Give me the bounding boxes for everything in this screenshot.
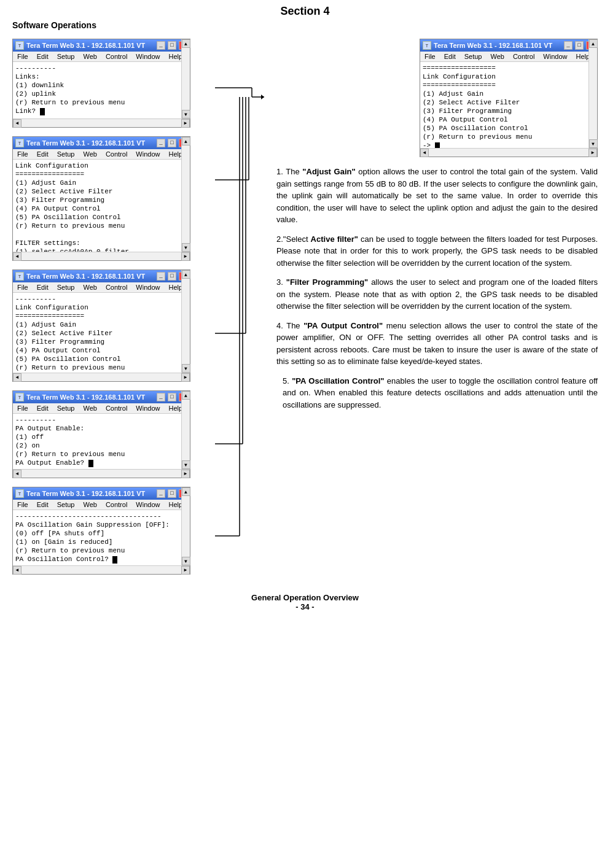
menu-web-2[interactable]: Web <box>81 150 98 158</box>
menu-web-4[interactable]: Web <box>81 404 98 413</box>
menu-control-3[interactable]: Control <box>104 283 129 292</box>
menu-control-4[interactable]: Control <box>104 404 129 413</box>
page-header: Section 4 Software Operations <box>0 0 610 33</box>
menu-file-1[interactable]: File <box>15 52 30 61</box>
scroll-down-2[interactable]: ▼ <box>182 243 190 252</box>
hscroll-left-2[interactable]: ◄ <box>13 252 22 261</box>
menu-window-5[interactable]: Window <box>134 500 162 509</box>
scroll-down-3[interactable]: ▼ <box>182 364 190 373</box>
terminal-icon-4: T <box>15 393 24 401</box>
hscroll-right-3[interactable]: ► <box>181 373 190 382</box>
maximize-button-5[interactable]: □ <box>168 489 176 498</box>
section-title: Section 4 <box>0 5 610 18</box>
maximize-button-3[interactable]: □ <box>168 272 176 281</box>
scroll-up-right[interactable]: ▲ <box>589 39 598 48</box>
menu-file-2[interactable]: File <box>15 150 30 158</box>
terminal-icon-5: T <box>15 489 24 498</box>
menu-file-5[interactable]: File <box>15 500 30 509</box>
minimize-button-2[interactable]: _ <box>157 139 165 147</box>
menu-window-right[interactable]: Window <box>541 52 569 61</box>
menu-control-2[interactable]: Control <box>104 150 129 158</box>
menu-window-3[interactable]: Window <box>134 283 162 292</box>
hscroll-left-1[interactable]: ◄ <box>13 119 22 128</box>
minimize-button-3[interactable]: _ <box>157 272 165 281</box>
menu-window-1[interactable]: Window <box>134 52 162 61</box>
scroll-down-1[interactable]: ▼ <box>182 110 190 118</box>
menu-web-3[interactable]: Web <box>81 283 98 292</box>
terminal-window-4[interactable]: T Tera Term Web 3.1 - 192.168.1.101 VT _… <box>12 390 190 478</box>
menu-web-1[interactable]: Web <box>81 52 98 61</box>
terminal-menu-5: File Edit Setup Web Control Window Help <box>13 500 190 510</box>
hscroll-right-1[interactable]: ► <box>181 119 190 128</box>
menu-edit-1[interactable]: Edit <box>35 52 50 61</box>
terminal-window-right[interactable]: T Tera Term Web 3.1 - 192.168.1.101 VT _… <box>420 39 598 157</box>
minimize-button-5[interactable]: _ <box>157 489 165 498</box>
terminal-content-4: ---------- PA Output Enable: (1) off (2)… <box>15 416 179 467</box>
scroll-up-2[interactable]: ▲ <box>182 137 190 145</box>
minimize-button-4[interactable]: _ <box>157 393 165 401</box>
menu-edit-3[interactable]: Edit <box>35 283 50 292</box>
terminal-menu-3: File Edit Setup Web Control Window Help <box>13 282 190 293</box>
hscroll-left-4[interactable]: ◄ <box>13 470 22 478</box>
menu-control-right[interactable]: Control <box>511 52 536 61</box>
scroll-up-1[interactable]: ▲ <box>182 39 190 48</box>
hscroll-left-right[interactable]: ◄ <box>420 149 429 157</box>
description-5: 5. "PA Oscillation Control" enables the … <box>283 375 598 411</box>
scroll-down-right[interactable]: ▼ <box>589 139 598 148</box>
menu-setup-right[interactable]: Setup <box>463 52 484 61</box>
terminal-icon-right: T <box>423 41 431 50</box>
menu-setup-2[interactable]: Setup <box>55 150 77 158</box>
bold-pa-oscillation: "PA Oscillation Control" <box>292 376 384 386</box>
terminal-content-1: ---------- Links: (1) downlink (2) uplin… <box>15 64 179 115</box>
hscroll-right-4[interactable]: ► <box>181 470 190 478</box>
menu-web-5[interactable]: Web <box>81 500 98 509</box>
maximize-button-4[interactable]: □ <box>168 393 176 401</box>
maximize-button-2[interactable]: □ <box>168 139 176 147</box>
scroll-up-4[interactable]: ▲ <box>182 391 190 400</box>
terminal-window-5[interactable]: T Tera Term Web 3.1 - 192.168.1.101 VT _… <box>12 487 190 575</box>
menu-file-3[interactable]: File <box>15 283 30 292</box>
hscroll-right-2[interactable]: ► <box>181 252 190 261</box>
terminal-content-right: ================== Link Configuration ==… <box>423 64 586 148</box>
menu-setup-1[interactable]: Setup <box>55 52 77 61</box>
menu-window-4[interactable]: Window <box>134 404 162 413</box>
menu-edit-right[interactable]: Edit <box>442 52 458 61</box>
menu-window-2[interactable]: Window <box>134 150 162 158</box>
menu-control-1[interactable]: Control <box>104 52 129 61</box>
terminal-window-2[interactable]: T Tera Term Web 3.1 - 192.168.1.101 VT _… <box>12 136 190 261</box>
minimize-button-1[interactable]: _ <box>157 41 165 50</box>
menu-edit-2[interactable]: Edit <box>35 150 50 158</box>
terminal-window-1[interactable]: T Tera Term Web 3.1 - 192.168.1.101 VT _… <box>12 39 190 128</box>
description-2: 2."Select Active filter" can be used to … <box>276 233 598 269</box>
terminal-window-3[interactable]: T Tera Term Web 3.1 - 192.168.1.101 VT _… <box>12 269 190 382</box>
terminal-content-3: ---------- Link Configuration ==========… <box>15 295 179 373</box>
menu-file-4[interactable]: File <box>15 404 30 413</box>
menu-control-5[interactable]: Control <box>104 500 129 509</box>
minimize-button-right[interactable]: _ <box>564 41 573 50</box>
scroll-up-3[interactable]: ▲ <box>182 270 190 279</box>
terminal-title-3: Tera Term Web 3.1 - 192.168.1.101 VT <box>26 273 154 280</box>
hscroll-left-5[interactable]: ◄ <box>13 566 22 575</box>
maximize-button-1[interactable]: □ <box>168 41 176 50</box>
terminal-menu-1: File Edit Setup Web Control Window Help <box>13 52 190 62</box>
menu-edit-4[interactable]: Edit <box>35 404 50 413</box>
menu-file-right[interactable]: File <box>423 52 437 61</box>
footer-page: - 34 - <box>0 602 610 611</box>
scroll-up-5[interactable]: ▲ <box>182 487 190 496</box>
hscroll-right-5[interactable]: ► <box>181 566 190 575</box>
terminal-content-2: Link Configuration ================= (1)… <box>15 161 179 252</box>
menu-edit-5[interactable]: Edit <box>35 500 50 509</box>
terminal-menu-right: File Edit Setup Web Control Window Help <box>420 52 597 62</box>
description-4: 4. The "PA Output Control" menu selectio… <box>276 320 598 368</box>
scroll-down-5[interactable]: ▼ <box>182 557 190 565</box>
hscroll-right-right[interactable]: ► <box>588 149 597 157</box>
maximize-button-right[interactable]: □ <box>575 41 584 50</box>
menu-setup-4[interactable]: Setup <box>55 404 77 413</box>
terminal-menu-2: File Edit Setup Web Control Window Help <box>13 149 190 160</box>
menu-web-right[interactable]: Web <box>488 52 506 61</box>
menu-setup-5[interactable]: Setup <box>55 500 77 509</box>
scroll-down-4[interactable]: ▼ <box>182 460 190 469</box>
terminal-menu-4: File Edit Setup Web Control Window Help <box>13 403 190 414</box>
hscroll-left-3[interactable]: ◄ <box>13 373 22 382</box>
menu-setup-3[interactable]: Setup <box>55 283 77 292</box>
